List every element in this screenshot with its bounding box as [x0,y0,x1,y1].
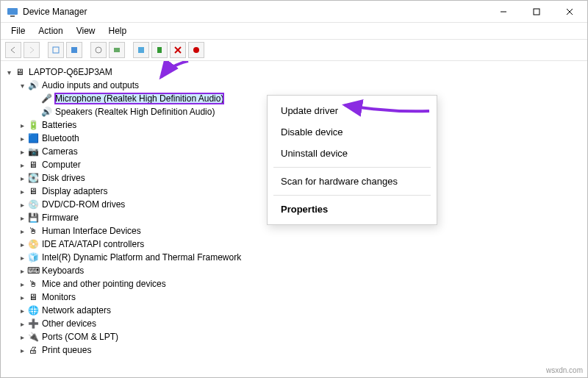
menu-view[interactable]: View [71,24,101,38]
device-icon: ➕ [27,318,39,329]
tree-node[interactable]: ▸🖥Monitors [4,290,584,304]
device-icon: 🟦 [27,132,39,144]
tree-node[interactable]: ▸🖱Human Interface Devices [4,224,584,238]
svg-rect-7 [71,47,77,53]
tree-node[interactable]: ▸🖨Print queues [4,343,584,357]
tree-node-label: Intel(R) Dynamic Platform and Thermal Fr… [42,252,241,263]
toolbar-icon[interactable] [133,42,149,58]
tree-node-label: IDE ATA/ATAPI controllers [42,239,144,249]
titlebar: Device Manager [1,1,587,23]
tree-node-label: DVD/CD-ROM drives [42,199,125,210]
tree-node[interactable]: ▸🖱Mice and other pointing devices [4,277,584,290]
app-icon [7,6,18,18]
tree-node[interactable]: ▸🧊Intel(R) Dynamic Platform and Thermal … [4,251,584,264]
tree-node[interactable]: ▸➕Other devices [4,317,584,330]
tree-node-label: Mice and other pointing devices [42,279,166,289]
device-icon: 💾 [27,212,39,224]
toolbar-icon[interactable] [170,42,186,58]
tree-root[interactable]: ▾🖥 LAPTOP-Q6EJP3AM [4,65,584,79]
back-button[interactable] [5,42,21,58]
speaker-icon: 🔊 [40,106,52,118]
toolbar-icon[interactable] [66,42,82,58]
svg-rect-0 [7,8,18,15]
device-icon: 💽 [27,172,39,184]
microphone-label: Microphone (Realtek High Definition Audi… [55,93,223,104]
tree-node-label: Computer [42,160,81,170]
tree-node[interactable]: ▸🔌Ports (COM & LPT) [4,330,584,343]
device-icon: 🖥 [27,291,39,303]
device-icon: 🖱 [27,278,39,290]
svg-rect-6 [53,47,59,53]
tree-node-label: Human Interface Devices [42,226,141,236]
tree-node-label: Cameras [42,146,78,157]
tree-node-label: Firmware [42,213,79,223]
menu-file[interactable]: File [5,24,31,38]
toolbar-icon[interactable] [90,42,107,58]
tree-node[interactable]: ▸⌨Keyboards [4,264,584,277]
tree-node-label: Display adapters [42,186,107,196]
context-menu: Update driver Disable device Uninstall d… [267,95,437,225]
menubar: File Action View Help [1,23,587,40]
ctx-uninstall-device[interactable]: Uninstall device [268,143,437,164]
device-icon: 🖱 [27,225,39,237]
watermark: wsxdn.com [546,366,583,374]
audio-label: Audio inputs and outputs [42,80,139,90]
tree-node[interactable]: ▸📀IDE ATA/ATAPI controllers [4,238,584,251]
device-icon: 🌐 [27,304,39,316]
tree-node-label: Ports (COM & LPT) [42,332,118,342]
device-icon: 🔌 [27,331,39,343]
menu-action[interactable]: Action [32,24,68,38]
tree-node[interactable]: ▸🌐Network adapters [4,304,584,317]
device-icon: 🖥 [27,185,39,197]
tree-node-label: Monitors [42,292,76,302]
microphone-icon: 🎤 [40,93,52,104]
tree-node-label: Bluetooth [42,133,79,143]
maximize-button[interactable] [520,1,553,22]
close-button[interactable] [553,1,586,22]
svg-rect-9 [114,48,120,52]
device-tree: ▾🖥 LAPTOP-Q6EJP3AM ▾🔊 Audio inputs and o… [1,61,587,377]
ctx-disable-device[interactable]: Disable device [268,121,437,143]
tree-node-label: Disk drives [42,173,85,183]
ctx-scan-hardware[interactable]: Scan for hardware changes [268,171,437,192]
toolbar [1,40,587,61]
speakers-label: Speakers (Realtek High Definition Audio) [55,107,215,117]
toolbar-icon[interactable] [109,42,125,58]
tree-node-label: Network adapters [42,305,111,315]
tree-node-label: Other devices [42,318,96,329]
forward-button[interactable] [24,42,40,58]
tree-node-label: Keyboards [42,265,84,276]
tree-node-label: Print queues [42,345,91,355]
root-label: LAPTOP-Q6EJP3AM [29,67,112,77]
device-icon: 🖥 [27,159,39,171]
svg-point-8 [96,47,101,53]
svg-rect-3 [534,9,539,15]
device-icon: 📷 [27,146,39,157]
device-icon: 🧊 [27,252,39,263]
device-icon: 🔋 [27,119,39,131]
toolbar-icon[interactable] [151,42,168,58]
ctx-update-driver[interactable]: Update driver [268,100,437,121]
tree-node-label: Batteries [42,120,76,130]
menu-help[interactable]: Help [103,24,133,38]
device-icon: ⌨ [27,265,39,277]
svg-rect-1 [10,15,15,17]
ctx-separator [273,167,431,168]
svg-rect-10 [138,47,144,53]
computer-icon: 🖥 [14,66,26,78]
device-icon: 📀 [27,238,39,250]
minimize-button[interactable] [487,1,520,22]
toolbar-icon[interactable] [188,42,204,58]
ctx-separator [273,195,431,196]
tree-node-audio[interactable]: ▾🔊 Audio inputs and outputs [4,79,584,92]
window-title: Device Manager [23,7,487,17]
audio-icon: 🔊 [27,79,39,91]
svg-point-14 [193,47,199,53]
device-icon: 🖨 [27,344,39,356]
svg-rect-11 [157,47,162,53]
toolbar-icon[interactable] [48,42,64,58]
device-manager-window: Device Manager File Action View Help ▾🖥 … [0,0,588,378]
device-icon: 💿 [27,199,39,210]
ctx-properties[interactable]: Properties [268,199,437,220]
